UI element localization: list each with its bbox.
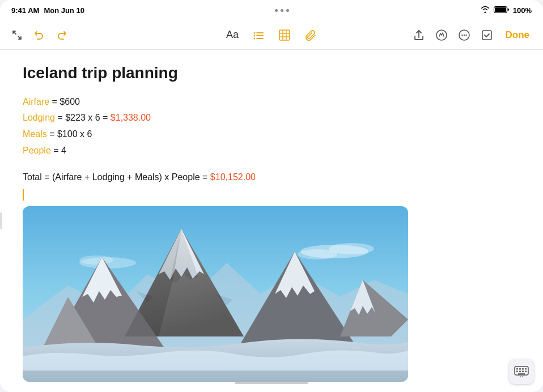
list-button[interactable] (250, 27, 267, 44)
svg-point-17 (465, 34, 466, 35)
status-bar-center (275, 9, 289, 12)
wifi-icon (480, 6, 490, 15)
battery-percent: 100% (513, 6, 532, 15)
edit-button[interactable] (478, 27, 495, 44)
mountain-svg (23, 206, 408, 382)
status-date: Mon Jun 10 (44, 6, 84, 15)
status-dot-3 (286, 9, 289, 12)
status-bar: 9:41 AM Mon Jun 10 (0, 0, 543, 20)
svg-point-22 (298, 249, 337, 259)
battery-icon (494, 6, 510, 15)
airfare-label: Airfare (23, 97, 49, 106)
meals-label: Meals (23, 129, 47, 139)
lodging-value: = $223 x 6 = (57, 113, 108, 122)
status-bar-right: 100% (480, 6, 532, 15)
toolbar-left (9, 27, 408, 44)
svg-rect-28 (522, 368, 524, 370)
redo-button[interactable] (53, 27, 70, 44)
svg-rect-26 (516, 368, 518, 370)
svg-rect-18 (482, 31, 491, 40)
share-button[interactable] (410, 27, 427, 44)
attachment-button[interactable] (302, 27, 319, 44)
keyboard-icon (514, 366, 529, 377)
markup-button[interactable] (433, 27, 450, 44)
svg-rect-27 (519, 368, 521, 370)
done-button[interactable]: Done (501, 27, 534, 43)
line-airfare: Airfare = $600 (23, 94, 525, 110)
people-label: People (23, 146, 51, 155)
meals-value: = $100 x 6 (49, 129, 92, 139)
total-computed: $10,152.00 (210, 172, 256, 182)
svg-rect-31 (519, 371, 521, 373)
lodging-label: Lodging (23, 113, 55, 122)
cursor-line (23, 189, 525, 201)
status-bar-left: 9:41 AM Mon Jun 10 (11, 6, 84, 15)
table-button[interactable] (276, 27, 293, 44)
total-line: Total = (Airfare + Lodging + Meals) x Pe… (23, 169, 525, 186)
note-lines: Airfare = $600 Lodging = $223 x 6 = $1,3… (23, 94, 525, 159)
status-dot-1 (275, 9, 278, 12)
svg-rect-8 (279, 30, 290, 40)
svg-rect-1 (495, 7, 506, 12)
toolbar: Aa (0, 20, 543, 50)
status-dot-2 (281, 9, 283, 12)
svg-rect-30 (516, 371, 518, 373)
font-button[interactable]: Aa (224, 27, 241, 43)
svg-point-4 (254, 35, 256, 36)
people-value: = 4 (53, 146, 66, 155)
svg-point-16 (463, 34, 464, 35)
svg-rect-32 (522, 371, 524, 373)
svg-rect-34 (518, 373, 525, 375)
line-people: People = 4 (23, 143, 525, 159)
toolbar-center: Aa (224, 27, 319, 44)
line-meals: Meals = $100 x 6 (23, 126, 525, 143)
svg-point-2 (254, 32, 256, 33)
keyboard-toggle-button[interactable] (509, 359, 534, 384)
total-text: Total = (Airfare + Lodging + Meals) x Pe… (23, 172, 207, 182)
svg-point-15 (461, 34, 463, 35)
svg-rect-33 (525, 371, 527, 373)
toolbar-right: Done (410, 27, 534, 44)
svg-point-6 (254, 37, 256, 39)
line-lodging: Lodging = $223 x 6 = $1,338.00 (23, 110, 525, 126)
lodging-computed: $1,338.00 (111, 113, 151, 122)
collapse-button[interactable] (9, 27, 25, 43)
undo-button[interactable] (31, 27, 48, 44)
ipad-frame: 9:41 AM Mon Jun 10 (0, 0, 543, 392)
text-cursor (23, 189, 24, 201)
more-button[interactable] (456, 27, 473, 44)
content-area[interactable]: Iceland trip planning Airfare = $600 Lod… (0, 50, 543, 392)
airfare-value: = $600 (52, 97, 80, 106)
note-title: Iceland trip planning (23, 63, 525, 83)
sidebar-handle (0, 212, 2, 229)
svg-point-24 (79, 255, 113, 265)
mountain-image (23, 206, 408, 382)
status-time: 9:41 AM (11, 6, 39, 15)
svg-rect-29 (525, 368, 527, 370)
scroll-bar (235, 382, 308, 384)
